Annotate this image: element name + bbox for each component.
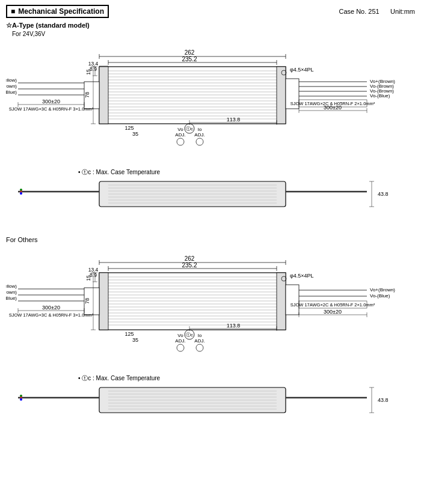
header: ■ Mechanical Specification Case No. 251 … — [6, 5, 415, 18]
svg-point-37 — [177, 138, 184, 145]
dim-113-8: 113.8 — [227, 117, 241, 123]
page-title: Mechanical Specification — [18, 7, 104, 16]
svg-rect-96 — [99, 273, 108, 330]
page: ■ Mechanical Specification Case No. 251 … — [0, 0, 421, 504]
fg-label-b: FG⊕(Green/Yellow) — [6, 284, 17, 289]
vo-blue-a: Vo-(Blue) — [370, 93, 390, 99]
dim-262-b: 262 — [185, 255, 195, 262]
diagram-a-top: 262 235.2 — [6, 40, 415, 166]
svg-point-140 — [20, 398, 22, 401]
dim-262: 262 — [185, 49, 195, 56]
diagram-others-top: 262 235.2 — [6, 246, 415, 372]
tc-label-b: ⓣc — [186, 332, 193, 338]
dim-125-b: 125 — [124, 331, 134, 337]
dim-15-b: 15 — [85, 275, 91, 281]
svg-point-109 — [196, 344, 203, 351]
acl-label-b: AC/L(Brown) — [6, 290, 17, 295]
diagram-others-side: 43.8 — [6, 383, 415, 428]
adj2-a: ADJ. — [194, 132, 204, 138]
acn-label-b: AC/N(Blue) — [6, 296, 17, 301]
vo-blue-b: Vo-(Blue) — [370, 293, 390, 299]
adj1-a: ADJ. — [175, 132, 185, 138]
dim-300-left-b: 300±20 — [42, 305, 60, 311]
header-right: Case No. 251 Unit:mm — [339, 8, 415, 15]
dim-235-2: 235.2 — [182, 56, 197, 62]
dim-dia-b: φ4.5×4PL — [290, 273, 314, 279]
svg-diagram-a-top: 262 235.2 — [6, 40, 421, 166]
svg-diagram-others-side: 43.8 — [6, 383, 421, 428]
adj2-b: ADJ. — [194, 338, 204, 344]
dim-300-left-a: 300±20 — [42, 99, 60, 105]
svg-rect-24 — [99, 67, 108, 124]
io-label-b: Io — [198, 333, 202, 338]
wire-spec-right-b: SJOW 17AWG×2C & H05RN-F 2×1.0mm² — [290, 302, 375, 308]
diagram-a-side: 43.8 — [6, 177, 415, 222]
adj1-b: ADJ. — [175, 338, 185, 344]
svg-point-38 — [196, 138, 203, 145]
dim-43-8-b: 43.8 — [378, 397, 389, 403]
note-a: • ⓣc : Max. Case Temperature — [78, 168, 415, 177]
wire-spec-left-b: SJOW 17AWG×3C & H05RN-F 3×1.0mm² — [9, 312, 94, 318]
dim-dia: φ4.5×4PL — [290, 67, 314, 73]
vo-plus-brown-b: Vo+(Brown) — [370, 287, 395, 293]
for-others-label: For Others — [6, 236, 415, 243]
unit: Unit:mm — [390, 8, 415, 15]
dim-78-b: 78 — [84, 298, 90, 304]
svg-rect-6 — [99, 67, 286, 124]
tc-label: ⓣc — [186, 126, 193, 132]
dim-35-b: 35 — [132, 337, 138, 343]
vo-label-b: Vo — [177, 333, 183, 338]
case-no: Case No. 251 — [339, 8, 379, 15]
section-a-title: ☆A-Type (standard model) — [6, 22, 415, 29]
title-box: ■ Mechanical Specification — [6, 5, 109, 18]
wire-spec-left-a: SJOW 17AWG×3C & H05RN-F 3×1.0mm² — [9, 106, 94, 112]
dim-113-8-b: 113.8 — [227, 323, 241, 329]
dim-300-right-a: 300±20 — [324, 105, 342, 111]
dim-43-8-a: 43.8 — [378, 191, 389, 197]
section-a-subtitle: For 24V,36V — [12, 31, 415, 37]
dim-78-a: 78 — [84, 92, 90, 98]
dim-300-right-b: 300±20 — [324, 309, 342, 315]
title-icon: ■ — [11, 7, 15, 16]
acn-label-a: AC/N(Blue) — [6, 90, 17, 95]
svg-point-108 — [177, 344, 184, 351]
dim-35-a: 35 — [132, 131, 138, 137]
vo-label-a: Vo — [177, 127, 183, 132]
acl-label-a: AC/L(Brown) — [6, 83, 17, 89]
svg-point-71 — [20, 192, 22, 195]
fg-label-a: FG⊕(Green/Yellow) — [6, 77, 17, 83]
dim-15: 15 — [85, 69, 91, 75]
dim-235-2-b: 235.2 — [182, 262, 197, 269]
svg-rect-99 — [286, 285, 299, 315]
note-b: • ⓣc : Max. Case Temperature — [78, 374, 415, 383]
io-label-a: Io — [198, 127, 202, 132]
svg-rect-78 — [99, 273, 286, 330]
svg-diagram-others-top: 262 235.2 — [6, 246, 421, 372]
dim-125-a: 125 — [124, 125, 134, 131]
svg-diagram-a-side: 43.8 — [6, 177, 421, 222]
